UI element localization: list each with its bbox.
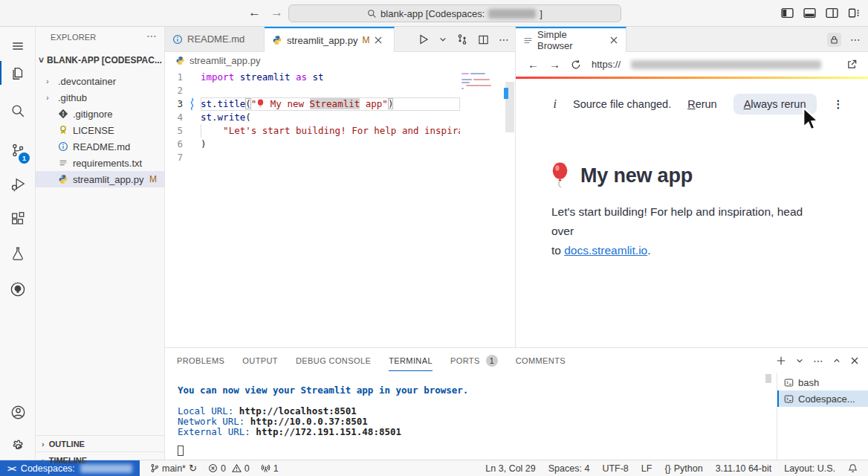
chevron-down-icon: ˅ <box>39 55 44 65</box>
python-file-icon <box>272 35 282 45</box>
remote-icon: >< <box>7 464 16 473</box>
indent-status[interactable]: Spaces: 4 <box>548 463 590 474</box>
file-row-devcontainer[interactable]: › .devcontainer <box>36 73 164 89</box>
close-icon[interactable] <box>374 36 383 45</box>
tab-output[interactable]: OUTPUT <box>242 350 278 371</box>
terminal-scrollbar[interactable] <box>765 374 771 383</box>
history-back-button[interactable]: ← <box>248 5 261 20</box>
code-token: st <box>313 71 324 83</box>
tab-readme[interactable]: README.md <box>165 27 265 51</box>
source-changed-message: Source file changed. <box>573 98 671 110</box>
code-token: . <box>212 98 218 109</box>
search-icon[interactable] <box>0 97 36 124</box>
tab-comments[interactable]: COMMENTS <box>516 350 566 371</box>
tab-ports[interactable]: PORTS1 <box>450 348 498 373</box>
eol-status[interactable]: LF <box>641 463 652 474</box>
code-token: ( <box>245 98 251 109</box>
browser-back-icon[interactable]: ← <box>528 58 539 71</box>
list-icon <box>523 36 533 45</box>
session-codespace[interactable]: Codespace... <box>777 390 868 407</box>
toggle-sidebar-icon[interactable] <box>781 7 794 19</box>
tab-problems[interactable]: PROBLEMS <box>177 350 224 371</box>
outline-section[interactable]: › OUTLINE <box>36 435 164 451</box>
session-bash[interactable]: bash <box>777 374 868 390</box>
browser-tab-bar: Simple Browser ⋯ <box>516 27 868 52</box>
code-token: Streamlit <box>310 98 360 109</box>
code-editor[interactable]: 1import streamlit as st23st.title(" My n… <box>165 68 515 347</box>
rerun-button[interactable]: Rerun <box>687 98 717 110</box>
line-col-status[interactable]: Ln 3, Col 29 <box>485 463 535 474</box>
run-debug-icon[interactable] <box>0 171 36 198</box>
git-file-icon <box>58 109 68 119</box>
toggle-panel-icon[interactable] <box>803 7 816 19</box>
forwarded-ports-status[interactable]: 1 <box>261 463 279 474</box>
extensions-icon[interactable] <box>0 205 36 232</box>
docs-link[interactable]: docs.streamlit.io <box>564 244 647 257</box>
network-url[interactable]: http://10.0.0.37:8501 <box>250 416 368 427</box>
url-scheme[interactable]: https:// <box>592 59 621 70</box>
run-python-file-icon[interactable] <box>418 33 430 45</box>
maximize-panel-icon[interactable] <box>833 357 841 364</box>
close-icon[interactable] <box>609 36 618 45</box>
run-dropdown-icon[interactable] <box>439 36 447 43</box>
explorer-icon[interactable] <box>0 60 36 86</box>
lock-icon[interactable] <box>827 33 841 47</box>
info-icon[interactable]: i <box>554 97 557 111</box>
chevron-right-icon: › <box>42 440 45 448</box>
file-row-github[interactable]: › .github <box>36 89 164 106</box>
file-row-license[interactable]: LICENSE <box>36 122 164 138</box>
panel-more-icon[interactable]: ⋯ <box>813 355 823 367</box>
explorer-root-folder[interactable]: ˅ BLANK-APP [CODESPAC... <box>36 52 164 68</box>
problems-status[interactable]: 0 0 <box>208 463 250 474</box>
tab-streamlit-app[interactable]: streamlit_app.py M <box>265 27 395 52</box>
github-icon[interactable] <box>0 276 36 303</box>
chevron-right-icon: › <box>46 77 54 86</box>
customize-layout-icon[interactable] <box>848 7 861 19</box>
split-editor-icon[interactable] <box>478 34 489 45</box>
file-row-gitignore[interactable]: .gitignore <box>36 106 164 122</box>
external-url[interactable]: http://172.191.151.48:8501 <box>256 427 401 437</box>
toggle-secondary-sidebar-icon[interactable] <box>826 7 838 19</box>
menu-icon[interactable] <box>0 33 36 60</box>
streamlit-menu-icon[interactable]: ⋮ <box>833 98 845 110</box>
encoding-status[interactable]: UTF-8 <box>602 463 628 474</box>
new-terminal-icon[interactable] <box>776 356 786 366</box>
modified-line-marker <box>504 88 508 99</box>
account-icon[interactable] <box>0 399 36 425</box>
command-center[interactable]: blank-app [Codespaces: ] <box>288 4 621 22</box>
browser-toolbar: ← → https:// <box>516 52 868 77</box>
file-row-streamlit-app[interactable]: streamlit_app.py M <box>36 171 164 187</box>
tab-terminal[interactable]: TERMINAL <box>389 350 433 371</box>
notifications-bell-icon[interactable] <box>848 463 858 473</box>
open-changes-icon[interactable] <box>456 33 468 45</box>
open-external-icon[interactable] <box>846 59 858 70</box>
terminal-output[interactable]: You can now view your Streamlit app in y… <box>165 373 777 460</box>
title-bar: ← → blank-app [Codespaces: ] <box>0 0 868 27</box>
browser-more-icon[interactable]: ⋯ <box>850 33 861 45</box>
source-control-icon[interactable]: 1 <box>0 137 36 164</box>
editor-more-icon[interactable]: ⋯ <box>499 33 509 45</box>
terminal-dropdown-icon[interactable] <box>796 357 803 364</box>
radio-tower-icon <box>261 463 271 473</box>
browser-forward-icon[interactable]: → <box>549 58 560 71</box>
minimap[interactable] <box>460 68 502 347</box>
terminal-icon <box>784 394 794 404</box>
close-panel-icon[interactable] <box>850 356 859 365</box>
history-forward-button[interactable]: → <box>271 5 283 20</box>
keyboard-layout-status[interactable]: Layout: U.S. <box>784 463 835 474</box>
tab-simple-browser[interactable]: Simple Browser <box>516 27 626 52</box>
python-runtime-status[interactable]: 3.11.10 64-bit <box>716 463 772 474</box>
tab-debug-console[interactable]: DEBUG CONSOLE <box>296 350 371 371</box>
warning-icon <box>232 463 242 473</box>
code-token: ) <box>201 138 207 149</box>
language-status[interactable]: {} Python <box>664 463 702 474</box>
settings-gear-icon[interactable] <box>0 433 36 460</box>
file-row-requirements[interactable]: requirements.txt <box>36 155 164 171</box>
breadcrumb[interactable]: streamlit_app.py <box>165 52 515 68</box>
reload-icon[interactable] <box>571 60 581 70</box>
testing-icon[interactable] <box>0 240 36 267</box>
editor-scrollbar[interactable] <box>502 68 515 347</box>
explorer-more-icon[interactable]: ⋯ <box>146 30 157 42</box>
local-url[interactable]: http://localhost:8501 <box>239 406 357 416</box>
file-row-readme[interactable]: README.md <box>36 138 164 155</box>
